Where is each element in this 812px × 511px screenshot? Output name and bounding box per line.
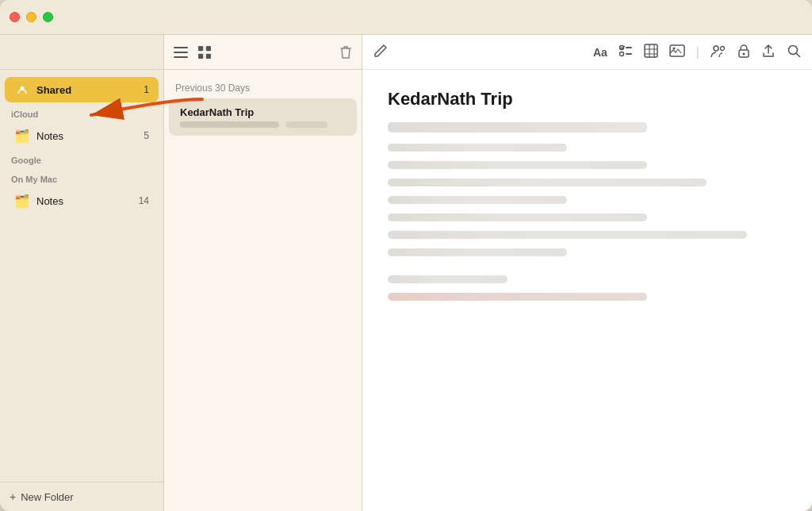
new-folder-label: New Folder [21,491,73,503]
svg-point-18 [672,47,675,49]
svg-point-20 [721,46,725,50]
svg-rect-5 [206,46,211,51]
minimize-button[interactable] [26,12,36,22]
new-folder-icon: + [10,490,16,503]
note-item-kedar[interactable]: KedarNath Trip [169,98,357,136]
svg-rect-3 [174,56,188,58]
sidebar-item-shared[interactable]: Shared 1 [5,77,159,102]
sidebar-item-mac-notes[interactable]: 🗂️ Notes 14 [5,188,159,213]
close-button[interactable] [10,12,20,22]
svg-point-23 [789,45,798,54]
share-button[interactable] [761,44,776,61]
mac-folder-icon: 🗂️ [14,193,30,209]
content-line-1 [388,144,567,152]
content-line-9 [388,293,647,301]
icloud-section-header: iCloud [0,103,163,122]
content-line-8 [388,275,508,283]
svg-point-10 [619,52,623,56]
content-line-3 [388,179,707,186]
editor-title: KedarNath Trip [388,89,787,110]
content-line-2 [388,161,647,169]
notes-list-panel: Previous 30 Days KedarNath Trip [164,35,362,511]
folder-icon: 🗂️ [14,128,30,144]
svg-point-19 [714,46,718,51]
svg-rect-7 [206,53,211,58]
view-toolbar [174,46,212,59]
svg-rect-12 [645,44,657,57]
google-section-header: Google [0,149,163,168]
table-button[interactable] [644,44,658,61]
svg-rect-1 [174,47,188,48]
compose-button[interactable] [373,44,388,61]
content-line-7 [388,248,567,256]
svg-rect-11 [626,53,632,55]
sidebar-item-icloud-notes[interactable]: 🗂️ Notes 5 [5,123,159,148]
new-folder-button[interactable]: + New Folder [0,482,163,511]
notes-list-content: Previous 30 Days KedarNath Trip [164,70,362,511]
sidebar-item-shared-label: Shared [36,84,144,96]
shared-icon [14,82,30,98]
svg-rect-4 [198,46,203,51]
maximize-button[interactable] [43,12,53,22]
svg-rect-6 [198,53,203,58]
content-line-4 [388,196,567,204]
content-line-6 [388,231,747,239]
delete-button[interactable] [339,45,352,60]
sidebar-toolbar [0,35,163,70]
editor-panel: Aa [362,35,812,511]
editor-content[interactable]: KedarNath Trip [362,70,812,511]
grid-view-button[interactable] [197,46,212,59]
list-view-button[interactable] [174,46,188,59]
on-my-mac-section-header: On My Mac [0,168,163,187]
editor-toolbar: Aa [362,35,812,70]
mac-notes-label: Notes [36,195,139,207]
sidebar-item-shared-badge: 1 [144,84,149,95]
content-blurred-heading [388,122,647,133]
svg-point-22 [743,52,745,55]
collaboration-button[interactable] [710,44,726,61]
icloud-notes-label: Notes [36,130,144,142]
note-preview [180,121,346,128]
format-button[interactable]: Aa [593,46,607,59]
mac-notes-badge: 14 [139,195,149,206]
editor-toolbar-right: Aa [593,44,801,61]
title-bar [0,0,812,35]
traffic-lights [10,12,53,22]
checklist-button[interactable] [619,44,633,61]
media-button[interactable] [669,44,685,61]
editor-toolbar-left [373,44,388,61]
svg-rect-9 [626,47,632,48]
sidebar-content: Shared 1 iCloud 🗂️ Notes 5 Google [0,70,163,482]
svg-rect-2 [174,52,188,53]
sidebar: Shared 1 iCloud 🗂️ Notes 5 Google [0,35,164,511]
lock-button[interactable] [737,44,750,61]
search-button[interactable] [787,44,801,61]
notes-list-toolbar [164,35,362,70]
content-line-5 [388,213,647,221]
icloud-notes-badge: 5 [144,130,149,141]
notes-section-header: Previous 30 Days [164,76,362,97]
note-item-title: KedarNath Trip [180,106,346,118]
